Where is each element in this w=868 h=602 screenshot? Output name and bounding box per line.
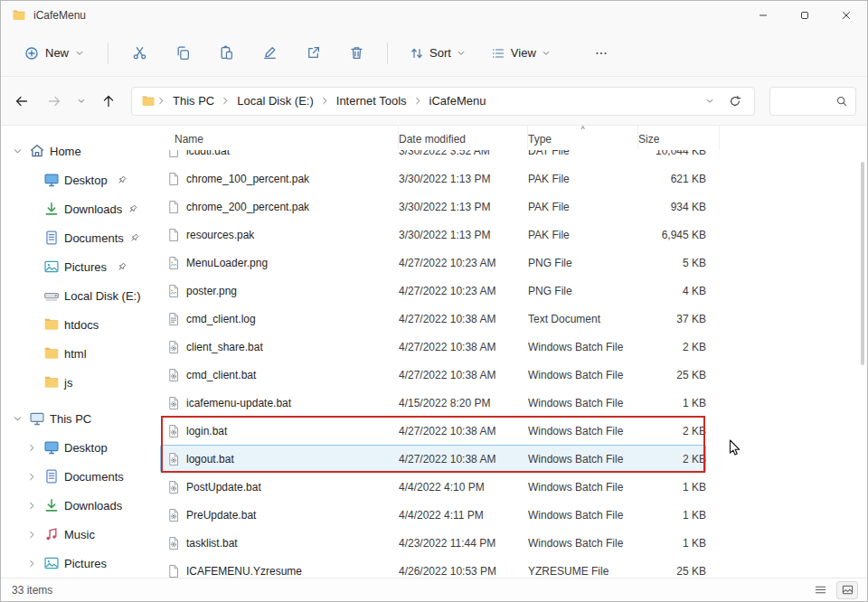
chevron-right-icon[interactable] — [24, 498, 39, 513]
text-file-icon — [166, 312, 181, 326]
search-box[interactable] — [769, 87, 856, 116]
file-row[interactable]: cmd_client.bat4/27/2022 10:38 AMWindows … — [160, 361, 706, 389]
sidebar-item-pictures[interactable]: Pictures — [1, 549, 160, 578]
sidebar-item-local-disk-e[interactable]: Local Disk (E:) — [1, 281, 160, 310]
address-bar[interactable]: This PCLocal Disk (E:)Internet ToolsiCaf… — [131, 87, 755, 116]
file-row[interactable]: client_share.bat4/27/2022 10:38 AMWindow… — [160, 333, 706, 361]
sidebar-item-html[interactable]: html — [1, 339, 160, 368]
forward-button[interactable] — [39, 87, 70, 116]
file-row[interactable]: PostUpdate.bat4/4/2022 4:10 PMWindows Ba… — [160, 473, 706, 501]
file-row[interactable]: chrome_100_percent.pak3/30/2022 1:13 PMP… — [160, 165, 706, 193]
column-label: Name — [175, 133, 203, 146]
file-date-modified: 3/30/2022 1:13 PM — [399, 201, 528, 213]
breadcrumb-item[interactable]: Internet Tools — [331, 91, 412, 110]
address-dropdown-button[interactable] — [700, 87, 720, 116]
up-button[interactable] — [93, 87, 124, 116]
file-row[interactable]: PreUpdate.bat4/4/2022 4:11 PMWindows Bat… — [160, 501, 706, 529]
file-type: PAK File — [528, 201, 638, 213]
file-row[interactable]: MenuLoader.png4/27/2022 10:23 AMPNG File… — [160, 249, 706, 277]
sort-button-label: Sort — [429, 46, 451, 60]
sidebar-item-home[interactable]: Home — [1, 136, 160, 165]
more-options-button[interactable] — [583, 37, 619, 70]
cut-button[interactable] — [121, 37, 157, 70]
close-icon — [840, 9, 853, 22]
sidebar-item-pictures[interactable]: Pictures — [1, 252, 160, 281]
sort-button[interactable]: Sort — [401, 40, 475, 67]
delete-button[interactable] — [338, 37, 374, 70]
file-row[interactable]: resources.pak3/30/2022 1:13 PMPAK File6,… — [160, 221, 706, 249]
maximize-button[interactable] — [784, 1, 826, 30]
desktop-icon — [43, 172, 60, 188]
view-button-label: View — [511, 46, 536, 60]
pictures-icon — [43, 555, 60, 571]
breadcrumb-item[interactable]: This PC — [167, 91, 220, 110]
rename-button[interactable] — [251, 37, 288, 70]
file-row[interactable]: logout.bat4/27/2022 10:38 AMWindows Batc… — [160, 445, 706, 473]
view-toggles — [809, 581, 858, 599]
chevron-down-icon[interactable] — [10, 144, 24, 158]
file-file-icon — [166, 228, 181, 242]
column-header-name[interactable]: Name — [175, 126, 399, 150]
chevron-right-icon[interactable] — [24, 469, 39, 484]
sidebar-item-documents[interactable]: Documents — [1, 223, 160, 252]
sidebar-item-this-pc[interactable]: This PC — [1, 404, 160, 433]
file-date-modified: 4/15/2022 8:20 PM — [399, 397, 528, 409]
file-type: Windows Batch File — [528, 509, 638, 522]
back-button[interactable] — [6, 87, 37, 116]
sidebar-item-label: Music — [64, 528, 95, 541]
file-row[interactable]: chrome_200_percent.pak3/30/2022 1:13 PMP… — [160, 193, 706, 221]
sidebar-item-downloads[interactable]: Downloads — [1, 491, 160, 520]
search-input[interactable] — [778, 95, 835, 108]
copy-button[interactable] — [165, 37, 201, 70]
share-icon — [306, 45, 321, 61]
batch-file-icon — [166, 340, 181, 354]
paste-button[interactable] — [208, 37, 244, 70]
file-row[interactable]: icafemenu-update.bat4/15/2022 8:20 PMWin… — [160, 389, 706, 417]
breadcrumb-item[interactable]: iCafeMenu — [424, 91, 492, 110]
column-label: Size — [638, 133, 659, 146]
icons-view-button[interactable] — [836, 581, 858, 599]
refresh-button[interactable] — [720, 87, 750, 116]
vertical-scrollbar[interactable] — [861, 162, 864, 365]
share-button[interactable] — [295, 37, 331, 70]
chevron-right-icon[interactable] — [24, 556, 39, 570]
image-file-icon — [166, 284, 181, 298]
view-button[interactable]: View — [482, 40, 560, 67]
sidebar-item-desktop[interactable]: Desktop — [1, 433, 160, 462]
tree-spacer — [24, 288, 39, 303]
sidebar-item-desktop[interactable]: Desktop — [1, 165, 160, 194]
image-file-icon — [166, 256, 181, 270]
file-name: MenuLoader.png — [182, 257, 399, 269]
column-header-size[interactable]: Size — [638, 126, 720, 150]
chevron-right-icon[interactable] — [24, 440, 39, 455]
tree-spacer — [24, 317, 39, 332]
file-row[interactable]: poster.png4/27/2022 10:23 AMPNG File4 KB — [160, 277, 706, 305]
breadcrumb-item[interactable]: Local Disk (E:) — [231, 91, 319, 110]
sidebar-item-documents[interactable]: Documents — [1, 462, 160, 491]
details-view-button[interactable] — [809, 581, 831, 599]
recent-locations-button[interactable] — [71, 87, 91, 116]
sidebar-item-music[interactable]: Music — [1, 520, 160, 549]
file-date-modified: 4/27/2022 10:38 AM — [399, 453, 528, 466]
file-name: icafemenu-update.bat — [182, 397, 399, 409]
file-size: 2 KB — [638, 425, 706, 437]
sidebar-item-downloads[interactable]: Downloads — [1, 194, 160, 223]
file-row[interactable]: cmd_client.log4/27/2022 10:38 AMText Doc… — [160, 305, 706, 333]
close-button[interactable] — [826, 1, 867, 30]
file-row[interactable]: ICAFEMENU.Yzresume4/26/2022 10:53 PMYZRE… — [160, 557, 706, 578]
documents-icon — [43, 468, 60, 484]
file-row[interactable]: login.bat4/27/2022 10:38 AMWindows Batch… — [160, 417, 706, 445]
chevron-right-icon[interactable] — [24, 527, 39, 541]
sidebar-item-label: htdocs — [64, 318, 99, 332]
column-header-date-modified[interactable]: Date modified — [399, 126, 528, 150]
file-name: PostUpdate.bat — [182, 481, 399, 494]
file-row[interactable]: tasklist.bat4/23/2022 11:44 PMWindows Ba… — [160, 529, 706, 557]
folder-icon — [43, 374, 60, 390]
sidebar-item-htdocs[interactable]: htdocs — [1, 310, 160, 339]
chevron-down-icon[interactable] — [10, 411, 24, 426]
tree-spacer — [24, 375, 39, 390]
new-button[interactable]: New — [14, 40, 95, 67]
minimize-button[interactable] — [742, 1, 784, 30]
sidebar-item-js[interactable]: js — [1, 368, 160, 397]
column-header-type[interactable]: ^ Type — [528, 126, 638, 150]
